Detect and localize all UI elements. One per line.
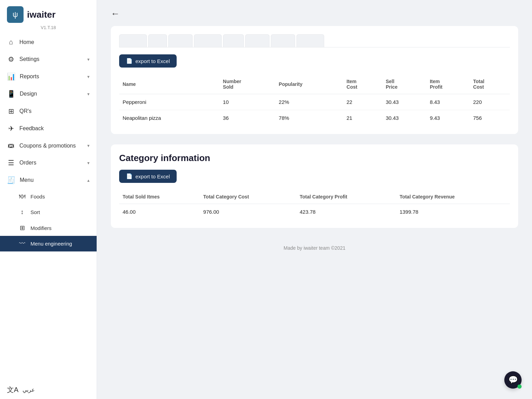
sidebar-sub-item-label: Sort [30,209,40,215]
cell-item-cost: 21 [343,110,382,126]
col-total-category-revenue: Total Category Revenue [396,190,510,204]
cell-item-cost: 22 [343,94,382,110]
export-excel-button-items[interactable]: 📄 export to Excel [119,54,177,68]
table-row: Pepperoni 10 22% 22 30.43 8.43 220 [119,94,510,110]
sidebar-item-modifiers[interactable]: ⊞ Modifiers [0,220,97,236]
sidebar-item-label: QR's [19,108,32,114]
table-row: Neapolitan pizza 36 78% 21 30.43 9.43 75… [119,110,510,126]
modifiers-icon: ⊞ [18,224,26,232]
category-info-card: Category information 📄 export to Excel T… [111,144,518,228]
sidebar-item-label: Reports [20,73,39,80]
feedback-icon: ✈ [7,124,15,133]
cell-total-cost: 976.00 [200,204,296,220]
sidebar-sub-item-label: Foods [30,194,45,200]
col-name: Name [119,74,220,94]
export-excel-button-category[interactable]: 📄 export to Excel [119,170,177,183]
online-indicator [517,384,522,389]
col-number-sold: NumberSold [220,74,275,94]
sidebar-item-qrs[interactable]: ⊞ QR's [0,103,97,120]
col-item-profit: ItemProfit [426,74,470,94]
sidebar: ψ iwaiter V1.T.18 ⌂ Home ⚙ Settings ▾ 📊 … [0,0,97,399]
cell-number-sold: 36 [220,110,275,126]
orders-icon: ☰ [7,159,15,167]
sidebar-item-orders[interactable]: ☰ Orders ▾ [0,154,97,171]
main-content: ← 📄 export to Excel Name NumberSold Po [97,0,532,399]
sidebar-item-reports[interactable]: 📊 Reports ▾ [0,68,97,85]
cell-sell-price: 30.43 [382,94,426,110]
col-sell-price: SellPrice [382,74,426,94]
tab-8[interactable] [296,34,324,47]
cell-item-profit: 9.43 [426,110,470,126]
sidebar-item-menu-engineering[interactable]: 〰 Menu engineering [0,236,97,251]
sidebar-item-label: Menu [20,177,34,183]
sidebar-item-coupons[interactable]: 🎟 Coupons & promotions ▾ [0,137,97,154]
sidebar-item-menu[interactable]: 🧾 Menu ▴ [0,171,97,189]
sort-icon: ↕ [18,209,26,216]
qr-icon: ⊞ [7,107,15,115]
footer: Made by iwaiter team ©2021 [111,238,518,258]
sidebar-sub-item-label: Modifiers [30,225,52,231]
category-table: Total Sold Itmes Total Category Cost Tot… [119,190,510,220]
logo-text: iwaiter [27,9,55,20]
export-icon: 📄 [126,173,133,179]
chevron-down-icon: ▾ [87,91,90,97]
sidebar-item-settings[interactable]: ⚙ Settings ▾ [0,51,97,68]
chevron-down-icon: ▾ [87,74,90,79]
tab-6[interactable] [245,34,269,47]
tab-3[interactable] [168,34,193,47]
language-icon: 文A [7,385,18,394]
tab-2[interactable] [148,34,167,47]
cell-total-sold: 46.00 [119,204,200,220]
cell-popularity: 22% [275,94,343,110]
tab-5[interactable] [223,34,244,47]
sidebar-item-label: Design [20,91,37,97]
chat-bubble-button[interactable]: 💬 [504,371,522,389]
sidebar-item-feedback[interactable]: ✈ Feedback [0,120,97,137]
sidebar-item-label: عربي [23,387,35,393]
cell-sell-price: 30.43 [382,110,426,126]
chevron-down-icon: ▾ [87,143,90,148]
cell-total-cost: 220 [470,94,510,110]
col-total-category-cost: Total Category Cost [200,190,296,204]
sidebar-item-label: Feedback [19,125,44,132]
col-total-cost: TotalCost [470,74,510,94]
cell-total-profit: 423.78 [296,204,396,220]
reports-icon: 📊 [7,72,16,81]
table-row: 46.00 976.00 423.78 1399.78 [119,204,510,220]
sidebar-item-design[interactable]: 📱 Design ▾ [0,85,97,103]
cell-item-profit: 8.43 [426,94,470,110]
sidebar-item-sort[interactable]: ↕ Sort [0,204,97,220]
sidebar-item-label: Coupons & promotions [19,143,76,149]
col-item-cost: ItemCost [343,74,382,94]
tab-7[interactable] [271,34,295,47]
export-icon: 📄 [126,58,133,64]
design-icon: 📱 [7,90,16,98]
sidebar-item-label: Home [19,39,34,45]
chevron-down-icon: ▾ [87,57,90,62]
tab-4[interactable] [194,34,222,47]
menu-icon: 🧾 [7,176,16,184]
home-icon: ⌂ [7,38,15,46]
sidebar-sub-item-label: Menu engineering [30,241,72,247]
cell-total-cost: 756 [470,110,510,126]
menu-engineering-icon: 〰 [18,240,26,247]
sidebar-item-foods[interactable]: 🍽 Foods [0,189,97,204]
sidebar-item-home[interactable]: ⌂ Home [0,34,97,51]
chevron-down-icon: ▾ [87,160,90,166]
sidebar-logo: ψ iwaiter [0,0,97,25]
item-table-card: 📄 export to Excel Name NumberSold Popula… [111,26,518,134]
version-label: V1.T.18 [0,25,97,34]
cell-total-revenue: 1399.78 [396,204,510,220]
foods-icon: 🍽 [18,193,26,200]
category-section-title: Category information [119,153,510,163]
tab-1[interactable] [119,34,147,47]
coupons-icon: 🎟 [7,142,15,150]
cell-popularity: 78% [275,110,343,126]
back-button[interactable]: ← [111,8,120,19]
cell-name: Neapolitan pizza [119,110,220,126]
logo-icon: ψ [7,6,24,23]
cell-name: Pepperoni [119,94,220,110]
col-total-sold: Total Sold Itmes [119,190,200,204]
sidebar-item-arabic[interactable]: 文A عربي [0,381,97,399]
cell-number-sold: 10 [220,94,275,110]
